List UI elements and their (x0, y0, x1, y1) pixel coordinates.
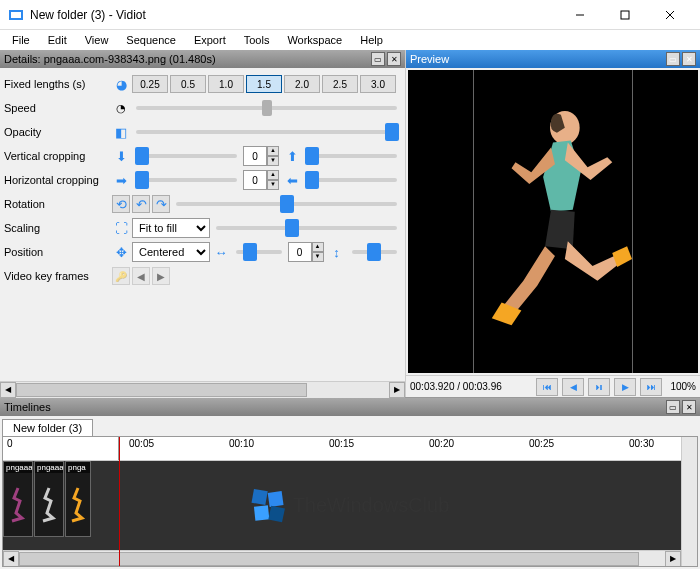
timelines-close-button[interactable]: ✕ (682, 400, 696, 414)
transport-bar: 00:03.920 / 00:03.96 ⏮ ◀ ⏯ ▶ ⏭ 100% (406, 375, 700, 397)
menu-workspace[interactable]: Workspace (279, 32, 350, 48)
timeline-tab[interactable]: New folder (3) (2, 419, 93, 436)
keyframe-next-button[interactable]: ▶ (152, 267, 170, 285)
hscroll-left-button[interactable]: ◀ (0, 382, 16, 398)
length-option-3[interactable]: 1.5 (246, 75, 282, 93)
vcrop-slider-left[interactable] (136, 154, 237, 158)
timelines-dock-button[interactable]: ▭ (666, 400, 680, 414)
fixed-lengths-label: Fixed lengths (s) (4, 78, 108, 90)
close-button[interactable] (647, 0, 692, 30)
preview-dock-button[interactable]: ▭ (666, 52, 680, 66)
menu-edit[interactable]: Edit (40, 32, 75, 48)
clip-1[interactable]: pngaaa (34, 461, 64, 537)
hcrop-spinner[interactable]: ▲▼ (243, 170, 281, 190)
length-option-2[interactable]: 1.0 (208, 75, 244, 93)
timeline-vscrollbar[interactable] (681, 437, 697, 566)
position-v-icon[interactable]: ↕ (328, 243, 346, 261)
hcrop-slider-right[interactable] (307, 178, 397, 182)
length-option-0[interactable]: 0.25 (132, 75, 168, 93)
opacity-label: Opacity (4, 126, 108, 138)
timeline-hscrollbar[interactable]: ◀ ▶ (3, 550, 681, 566)
position-label: Position (4, 246, 108, 258)
position-slider-x[interactable] (236, 250, 282, 254)
hcrop-slider-left[interactable] (136, 178, 237, 182)
speed-icon: ◔ (112, 99, 130, 117)
ruler-mark-5: 00:30 (629, 438, 654, 449)
speed-slider[interactable] (136, 106, 397, 110)
position-combo[interactable]: Centered (132, 242, 210, 262)
position-move-icon[interactable]: ✥ (112, 243, 130, 261)
length-option-4[interactable]: 2.0 (284, 75, 320, 93)
vcrop-spinner[interactable]: ▲▼ (243, 146, 281, 166)
length-option-1[interactable]: 0.5 (170, 75, 206, 93)
menu-file[interactable]: File (4, 32, 38, 48)
vcrop-slider-right[interactable] (307, 154, 397, 158)
details-dock-button[interactable]: ▭ (371, 52, 385, 66)
vcrop-up-icon[interactable]: ⬆ (283, 147, 301, 165)
menu-export[interactable]: Export (186, 32, 234, 48)
timelines-header: Timelines ▭ ✕ (0, 398, 700, 416)
rotation-cw-button[interactable]: ↷ (152, 195, 170, 213)
position-slider-y[interactable] (352, 250, 398, 254)
watermark: TheWindowsClub (251, 488, 450, 524)
timeline-body[interactable]: 0 00:05 00:10 00:15 00:20 00:25 00:30 pn… (2, 436, 698, 567)
clock-icon[interactable]: ◕ (112, 75, 130, 93)
length-option-5[interactable]: 2.5 (322, 75, 358, 93)
hcrop-down-arrow[interactable]: ▼ (267, 180, 279, 190)
speed-label: Speed (4, 102, 108, 114)
timeline-ruler[interactable]: 0 00:05 00:10 00:15 00:20 00:25 00:30 (3, 437, 697, 461)
svg-rect-3 (621, 11, 629, 19)
preview-header: Preview ▭ ✕ (406, 50, 700, 68)
ruler-mark-2: 00:15 (329, 438, 354, 449)
ruler-mark-4: 00:25 (529, 438, 554, 449)
timeline-tracks[interactable]: pngaaa pngaaa pnga TheWindowsClub (3, 461, 697, 550)
menu-sequence[interactable]: Sequence (118, 32, 184, 48)
hcrop-up-arrow[interactable]: ▲ (267, 170, 279, 180)
menu-help[interactable]: Help (352, 32, 391, 48)
play-button[interactable]: ⏯ (588, 378, 610, 396)
hcrop-left-icon[interactable]: ⬅ (283, 171, 301, 189)
vcrop-up-arrow[interactable]: ▲ (267, 146, 279, 156)
position-value[interactable] (288, 242, 312, 262)
position-spinner[interactable]: ▲▼ (288, 242, 326, 262)
timeline-hscroll-right[interactable]: ▶ (665, 551, 681, 567)
details-close-button[interactable]: ✕ (387, 52, 401, 66)
position-up-arrow[interactable]: ▲ (312, 242, 324, 252)
timeline-hscroll-left[interactable]: ◀ (3, 551, 19, 567)
vcrop-down-arrow[interactable]: ▼ (267, 156, 279, 166)
details-hscrollbar[interactable]: ◀ ▶ (0, 381, 405, 397)
vcrop-value[interactable] (243, 146, 267, 166)
goto-start-button[interactable]: ⏮ (536, 378, 558, 396)
rotation-ccw-button[interactable]: ↶ (132, 195, 150, 213)
rotation-reset-button[interactable]: ⟲ (112, 195, 130, 213)
hcrop-right-icon[interactable]: ➡ (112, 171, 130, 189)
timelines-title: Timelines (4, 401, 666, 413)
opacity-slider[interactable] (136, 130, 397, 134)
menu-tools[interactable]: Tools (236, 32, 278, 48)
step-back-button[interactable]: ◀ (562, 378, 584, 396)
maximize-button[interactable] (602, 0, 647, 30)
position-down-arrow[interactable]: ▼ (312, 252, 324, 262)
step-forward-button[interactable]: ▶ (614, 378, 636, 396)
clip-0[interactable]: pngaaa (3, 461, 33, 537)
menu-view[interactable]: View (77, 32, 117, 48)
length-option-6[interactable]: 3.0 (360, 75, 396, 93)
playhead[interactable] (119, 437, 120, 566)
keyframe-prev-button[interactable]: ◀ (132, 267, 150, 285)
menubar: File Edit View Sequence Export Tools Wor… (0, 30, 700, 50)
goto-end-button[interactable]: ⏭ (640, 378, 662, 396)
hscroll-right-button[interactable]: ▶ (389, 382, 405, 398)
minimize-button[interactable] (557, 0, 602, 30)
clip-2[interactable]: pnga (65, 461, 91, 537)
preview-panel: Preview ▭ ✕ (406, 50, 700, 397)
position-h-icon[interactable]: ↔ (212, 243, 230, 261)
scaling-slider[interactable] (216, 226, 397, 230)
vcrop-down-icon[interactable]: ⬇ (112, 147, 130, 165)
scaling-label: Scaling (4, 222, 108, 234)
rotation-slider[interactable] (176, 202, 397, 206)
hcrop-value[interactable] (243, 170, 267, 190)
preview-close-button[interactable]: ✕ (682, 52, 696, 66)
keyframe-add-button[interactable]: 🔑 (112, 267, 130, 285)
scaling-combo[interactable]: Fit to fill (132, 218, 210, 238)
watermark-logo-icon (251, 488, 287, 524)
